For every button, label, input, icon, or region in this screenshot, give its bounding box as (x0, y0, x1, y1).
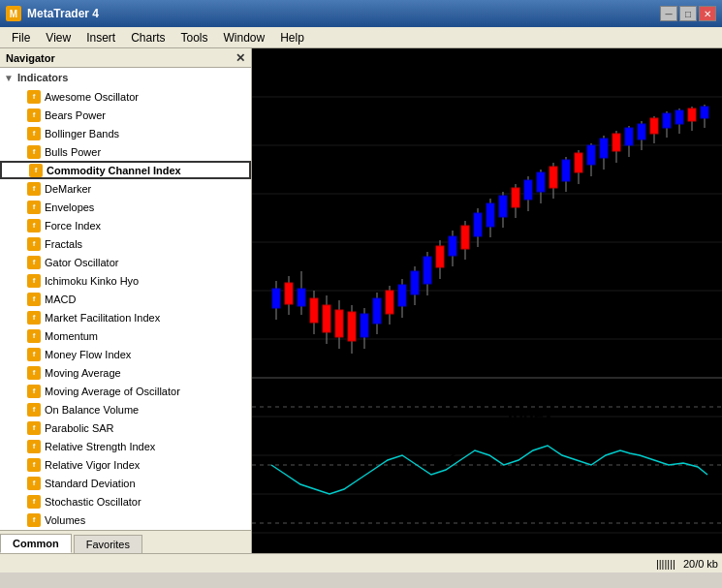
svg-rect-76 (638, 124, 645, 139)
nav-item-gator-oscillator[interactable]: f Gator Oscillator (0, 253, 251, 271)
nav-item-money-flow[interactable]: f Money Flow Index (0, 345, 251, 363)
indicator-icon: f (27, 477, 41, 490)
nav-item-bears-power[interactable]: f Bears Power (0, 106, 251, 124)
indicator-icon: f (27, 293, 41, 306)
menu-tools[interactable]: Tools (173, 29, 216, 46)
tab-favorites[interactable]: Favorites (74, 535, 142, 553)
indicator-icon: f (27, 440, 41, 453)
status-size: 20/0 kb (683, 558, 718, 570)
navigator-header: Navigator ✕ (0, 48, 251, 68)
main-layout: Navigator ✕ ▼ Indicators f Awesome Oscil… (0, 48, 722, 553)
chart-area[interactable]: Double Click Commodity ChannelIndex (252, 48, 722, 553)
svg-rect-30 (348, 312, 356, 341)
indicator-icon: f (27, 201, 41, 214)
indicator-icon: f (27, 421, 41, 435)
nav-item-standard-deviation[interactable]: f Standard Deviation (0, 474, 251, 492)
indicators-section[interactable]: ▼ Indicators (0, 68, 251, 87)
svg-rect-82 (675, 110, 683, 124)
indicator-icon: f (27, 458, 41, 472)
indicator-icon: f (27, 513, 41, 527)
nav-item-bulls-power[interactable]: f Bulls Power (0, 142, 251, 161)
menu-window[interactable]: Window (216, 29, 273, 46)
indicator-icon: f (27, 182, 41, 196)
nav-item-bollinger-bands[interactable]: f Bollinger Bands (0, 124, 251, 142)
indicator-icon: f (27, 348, 41, 361)
nav-item-ichimoku[interactable]: f Ichimoku Kinko Hyo (0, 271, 251, 290)
nav-item-relative-vigor[interactable]: f Relative Vigor Index (0, 455, 251, 474)
nav-item-demarker[interactable]: f DeMarker (0, 179, 251, 198)
indicator-icon: f (27, 403, 41, 417)
navigator-close-button[interactable]: ✕ (235, 51, 245, 65)
indicator-icon: f (29, 164, 43, 177)
svg-rect-36 (386, 291, 393, 314)
nav-item-moving-average-oscillator[interactable]: f Moving Average of Oscillator (0, 382, 251, 400)
menu-view[interactable]: View (38, 29, 78, 46)
navigator-tabs: Common Favorites (0, 530, 251, 553)
menu-file[interactable]: File (4, 29, 38, 46)
indicator-icon: f (27, 385, 41, 398)
menu-insert[interactable]: Insert (78, 29, 123, 46)
menu-charts[interactable]: Charts (123, 29, 173, 46)
svg-rect-52 (487, 203, 494, 227)
close-button[interactable]: ✕ (699, 6, 716, 21)
svg-rect-56 (512, 188, 519, 207)
svg-rect-72 (612, 134, 620, 151)
nav-item-force-index[interactable]: f Force Index (0, 216, 251, 234)
indicator-icon: f (27, 219, 41, 232)
window-controls: ─ □ ✕ (660, 6, 716, 21)
indicator-icon: f (27, 145, 41, 159)
nav-item-commodity-channel-index[interactable]: f Commodity Channel Index (0, 161, 251, 179)
nav-item-momentum[interactable]: f Momentum (0, 326, 251, 345)
indicators-label: Indicators (17, 72, 69, 83)
title-bar-title: MetaTrader 4 (27, 7, 99, 20)
indicator-icon: f (27, 127, 41, 140)
svg-rect-50 (474, 213, 482, 236)
nav-item-macd[interactable]: f MACD (0, 290, 251, 308)
nav-item-market-facilitation[interactable]: f Market Facilitation Index (0, 308, 251, 326)
svg-rect-68 (587, 145, 595, 165)
indicator-icon: f (27, 237, 41, 251)
indicator-icon: f (27, 366, 41, 380)
svg-rect-46 (449, 236, 456, 256)
nav-item-moving-average[interactable]: f Moving Average (0, 363, 251, 382)
status-bar: ||||||| 20/0 kb (0, 553, 722, 573)
svg-rect-20 (285, 283, 293, 304)
nav-item-fractals[interactable]: f Fractals (0, 234, 251, 253)
title-bar: M MetaTrader 4 ─ □ ✕ (0, 0, 722, 27)
svg-rect-44 (436, 246, 444, 267)
svg-rect-54 (499, 196, 507, 217)
menu-help[interactable]: Help (272, 29, 312, 46)
indicator-icon: f (27, 311, 41, 325)
indicator-icon: f (27, 329, 41, 343)
svg-rect-64 (562, 160, 570, 181)
app-icon: M (6, 6, 21, 21)
nav-item-envelopes[interactable]: f Envelopes (0, 198, 251, 216)
svg-rect-86 (701, 107, 708, 118)
svg-rect-40 (411, 271, 419, 294)
svg-rect-22 (298, 289, 305, 306)
svg-rect-74 (625, 128, 633, 145)
svg-rect-84 (688, 108, 696, 121)
tab-common[interactable]: Common (0, 534, 72, 553)
nav-item-stochastic[interactable]: f Stochastic Oscillator (0, 492, 251, 511)
indicator-icon: f (27, 90, 41, 104)
nav-item-rsi[interactable]: f Relative Strength Index (0, 437, 251, 455)
nav-item-volumes[interactable]: f Volumes (0, 511, 251, 529)
svg-rect-42 (424, 257, 431, 284)
svg-rect-28 (335, 310, 343, 337)
menu-bar: File View Insert Charts Tools Window Hel… (0, 27, 722, 48)
svg-rect-26 (323, 305, 330, 332)
indicator-icon: f (27, 256, 41, 269)
svg-rect-80 (663, 113, 671, 128)
navigator-list[interactable]: ▼ Indicators f Awesome Oscillator f Bear… (0, 68, 251, 530)
indicator-icon: f (27, 495, 41, 509)
nav-item-parabolic-sar[interactable]: f Parabolic SAR (0, 418, 251, 437)
nav-item-awesome-oscillator[interactable]: f Awesome Oscillator (0, 87, 251, 106)
maximize-button[interactable]: □ (679, 6, 697, 21)
nav-item-on-balance-volume[interactable]: f On Balance Volume (0, 400, 251, 418)
minimize-button[interactable]: ─ (660, 6, 677, 21)
svg-rect-18 (272, 289, 280, 308)
svg-rect-66 (575, 153, 582, 172)
svg-rect-78 (650, 118, 658, 134)
svg-rect-34 (373, 298, 381, 324)
